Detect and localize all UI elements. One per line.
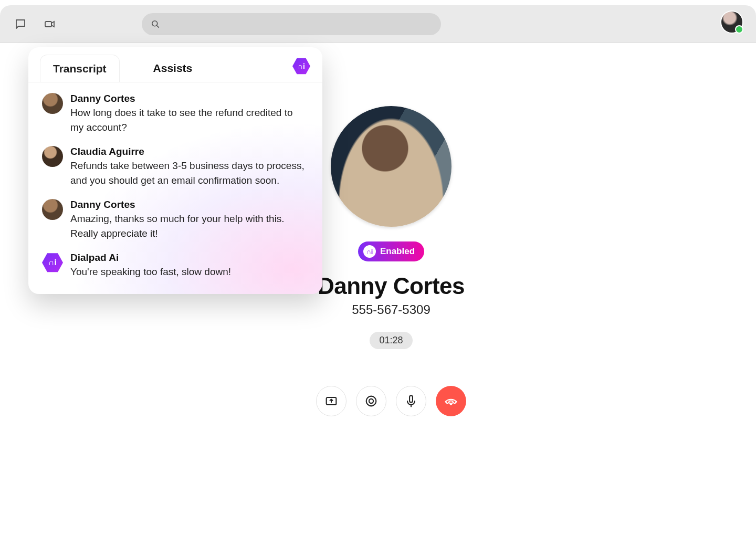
message-text: You're speaking too fast, slow down! (70, 265, 309, 279)
ai-enabled-label: Enabled (380, 246, 415, 257)
self-avatar[interactable] (721, 12, 742, 33)
contact-name: Danny Cortes (318, 273, 465, 299)
video-icon (44, 18, 56, 30)
hangup-icon (444, 394, 458, 408)
ai-hex-icon: ∩i (292, 57, 310, 75)
record-button[interactable] (356, 386, 386, 416)
message-speaker: Claudia Aguirre (70, 146, 309, 157)
svg-rect-5 (410, 396, 413, 403)
search-bar[interactable] (142, 13, 441, 35)
message-speaker: Danny Cortes (70, 93, 309, 104)
message-speaker: Danny Cortes (70, 199, 309, 211)
transcript-message: ∩i Dialpad Ai You're speaking too fast, … (42, 252, 309, 279)
search-input[interactable] (166, 19, 433, 29)
share-screen-button[interactable] (316, 386, 346, 416)
transcript-message: Claudia Aguirre Refunds take between 3-5… (42, 146, 309, 187)
avatar-ai: ∩i (42, 252, 63, 273)
contact-photo (331, 106, 452, 227)
transcript-message: Danny Cortes How long does it take to se… (42, 93, 309, 134)
chat-icon (14, 18, 27, 30)
end-call-button[interactable] (436, 386, 466, 416)
ai-hex-icon: ∩i (42, 252, 63, 273)
mute-button[interactable] (396, 386, 426, 416)
record-icon (364, 394, 379, 408)
transcript-message: Danny Cortes Amazing, thanks so much for… (42, 199, 309, 240)
message-text: Amazing, thanks so much for your help wi… (70, 212, 309, 240)
topbar (0, 5, 756, 43)
svg-rect-0 (45, 22, 51, 27)
avatar (42, 199, 63, 220)
topbar-left-icon-group (13, 16, 58, 32)
svg-point-3 (366, 396, 376, 406)
panel-ai-logo: ∩i (291, 56, 312, 77)
ai-badge-icon: ∩i (363, 245, 376, 258)
search-icon (150, 19, 161, 29)
message-text: Refunds take between 3-5 business days t… (70, 159, 309, 187)
avatar (42, 93, 63, 114)
share-screen-icon (324, 394, 339, 408)
video-icon-button[interactable] (42, 16, 58, 32)
avatar (42, 146, 63, 167)
messages-icon-button[interactable] (13, 16, 28, 32)
message-text: How long does it take to see the refund … (70, 106, 309, 134)
svg-point-1 (152, 20, 158, 26)
panel-tabs: Transcript Assists ∩i (28, 47, 322, 82)
tab-assists[interactable]: Assists (141, 55, 205, 82)
ai-enabled-badge[interactable]: ∩i Enabled (358, 241, 424, 261)
transcript-panel: Transcript Assists ∩i Danny Cortes How l… (28, 47, 322, 294)
tab-transcript[interactable]: Transcript (40, 55, 120, 82)
microphone-icon (404, 394, 418, 408)
call-timer: 01:28 (370, 332, 412, 349)
call-controls (316, 386, 466, 416)
contact-phone: 555-567-5309 (352, 302, 430, 317)
svg-point-4 (369, 399, 373, 403)
transcript-body: Danny Cortes How long does it take to se… (28, 82, 322, 294)
message-speaker: Dialpad Ai (70, 252, 309, 264)
